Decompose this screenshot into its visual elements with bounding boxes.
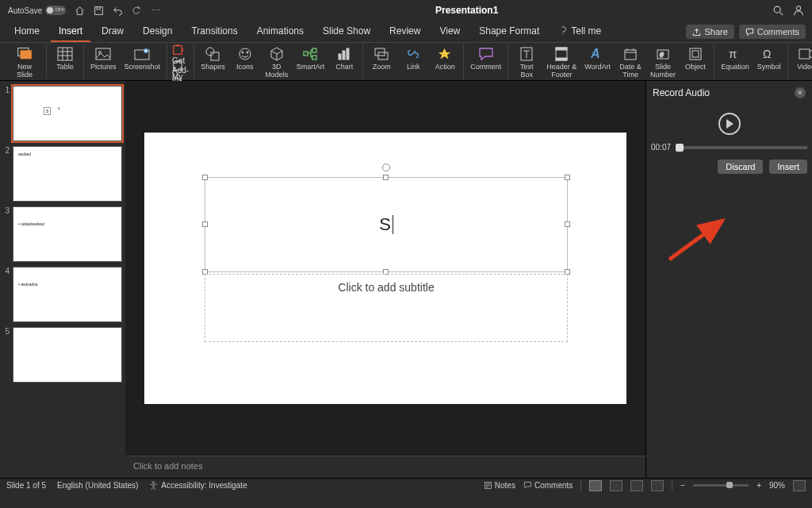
tab-view[interactable]: View — [431, 21, 468, 42]
symbol-icon: Ω — [761, 46, 777, 62]
svg-rect-12 — [174, 62, 182, 71]
comment-icon — [478, 46, 494, 62]
home-icon[interactable] — [74, 5, 85, 16]
account-icon[interactable] — [793, 5, 804, 16]
video-button[interactable]: Video — [793, 44, 812, 73]
3d-models-button[interactable]: 3D Models — [263, 44, 290, 81]
tab-insert[interactable]: Insert — [51, 21, 90, 42]
close-icon[interactable]: ✕ — [795, 87, 806, 98]
undo-icon[interactable] — [112, 5, 123, 16]
slide-number-button[interactable]: #Slide Number — [649, 44, 677, 81]
title-bar: AutoSave ⋯ Presentation1 — [0, 0, 812, 21]
thumbnail-1[interactable]: S s — [13, 86, 122, 141]
status-bar: Slide 1 of 5 English (United States) Acc… — [0, 478, 812, 492]
tab-transitions[interactable]: Transitions — [183, 21, 245, 42]
fit-to-window-button[interactable] — [793, 480, 806, 491]
zoom-in-button[interactable]: + — [756, 481, 761, 490]
svg-line-39 — [669, 221, 722, 260]
save-icon[interactable] — [93, 5, 104, 16]
play-icon — [726, 119, 733, 129]
title-text[interactable]: S — [379, 214, 392, 235]
screenshot-button[interactable]: Screenshot — [123, 44, 163, 73]
chart-button[interactable]: Chart — [331, 44, 358, 73]
link-button[interactable]: Link — [400, 44, 427, 73]
icons-button[interactable]: Icons — [232, 44, 259, 73]
thumbnail-3[interactable]: • sdaadsadsad — [13, 206, 122, 262]
header-footer-button[interactable]: Header & Footer — [545, 44, 578, 81]
smartart-button[interactable]: SmartArt — [295, 44, 327, 73]
accessibility-status[interactable]: Accessibility: Investigate — [149, 481, 247, 490]
insert-button[interactable]: Insert — [769, 160, 807, 174]
play-button[interactable] — [718, 113, 741, 135]
zoom-button[interactable]: Zoom — [368, 44, 395, 73]
resize-handle[interactable] — [202, 221, 208, 227]
resize-handle[interactable] — [565, 175, 570, 180]
comment-button[interactable]: Comment — [469, 44, 503, 73]
action-button[interactable]: Action — [431, 44, 458, 73]
search-icon[interactable] — [772, 5, 783, 16]
date-time-button[interactable]: Date & Time — [617, 44, 644, 81]
reading-view-button[interactable] — [630, 480, 643, 491]
more-icon[interactable]: ⋯ — [150, 5, 161, 16]
get-addins-button[interactable]: Get Add-ins — [172, 44, 189, 59]
tab-home[interactable]: Home — [6, 21, 48, 42]
thumbnail-2[interactable]: asdasd — [13, 146, 122, 202]
comments-toggle[interactable]: Comments — [523, 481, 573, 490]
autosave-toggle[interactable]: AutoSave — [8, 6, 66, 15]
zoom-knob[interactable] — [726, 482, 733, 488]
resize-handle[interactable] — [383, 175, 389, 180]
zoom-out-button[interactable]: − — [680, 481, 685, 490]
my-addins-button[interactable]: My Add-ins ▾ — [172, 60, 189, 75]
zoom-slider[interactable] — [693, 484, 749, 487]
thumbnail-5[interactable] — [13, 327, 122, 383]
zoom-icon — [373, 46, 389, 62]
pictures-button[interactable]: Pictures — [89, 44, 118, 73]
tab-draw[interactable]: Draw — [94, 21, 132, 42]
thumbnail-4[interactable]: • asdsadsa — [13, 267, 122, 322]
progress-knob[interactable] — [676, 144, 684, 152]
my-addins-icon — [172, 60, 183, 71]
new-slide-icon — [17, 46, 33, 62]
sorter-view-button[interactable] — [610, 480, 622, 491]
tab-slideshow[interactable]: Slide Show — [315, 21, 378, 42]
notes-pane[interactable]: Click to add notes — [125, 456, 645, 478]
notes-icon — [484, 481, 492, 490]
shapes-button[interactable]: Shapes — [199, 44, 227, 73]
redo-icon[interactable] — [131, 5, 142, 16]
equation-button[interactable]: πEquation — [719, 44, 751, 73]
title-textbox[interactable]: S — [205, 177, 568, 272]
tell-me[interactable]: Tell me — [550, 21, 609, 42]
textbox-button[interactable]: Text Box — [513, 44, 540, 81]
slide-counter[interactable]: Slide 1 of 5 — [6, 481, 46, 490]
screenshot-icon — [134, 46, 150, 62]
rotate-handle[interactable] — [382, 164, 390, 171]
discard-button[interactable]: Discard — [718, 160, 763, 174]
tab-design[interactable]: Design — [135, 21, 180, 42]
object-button[interactable]: Object — [682, 44, 709, 73]
svg-rect-11 — [174, 46, 182, 55]
autosave-pill[interactable] — [45, 6, 66, 15]
comments-button[interactable]: Comments — [739, 25, 806, 39]
resize-handle[interactable] — [565, 221, 570, 227]
language-status[interactable]: English (United States) — [57, 481, 138, 490]
share-button[interactable]: Share — [686, 25, 733, 39]
slideshow-view-button[interactable] — [651, 480, 664, 491]
zoom-percent[interactable]: 90% — [769, 481, 785, 490]
video-icon — [799, 46, 812, 62]
svg-text:A: A — [591, 47, 600, 60]
record-progress[interactable] — [676, 146, 807, 149]
slide[interactable]: S Click to add subtitle — [144, 133, 626, 404]
tab-review[interactable]: Review — [381, 21, 428, 42]
subtitle-placeholder[interactable]: Click to add subtitle — [205, 274, 568, 342]
tab-animations[interactable]: Animations — [249, 21, 312, 42]
table-button[interactable]: Table — [52, 44, 79, 73]
normal-view-button[interactable] — [589, 480, 602, 491]
symbol-button[interactable]: ΩSymbol — [756, 44, 783, 73]
wordart-button[interactable]: AWordArt — [583, 44, 612, 73]
resize-handle[interactable] — [202, 175, 208, 180]
ribbon: New Slide Table Pictures Screenshot Get … — [0, 43, 812, 81]
notes-toggle[interactable]: Notes — [484, 481, 515, 490]
tab-shapeformat[interactable]: Shape Format — [471, 21, 547, 42]
svg-rect-35 — [692, 51, 699, 57]
new-slide-button[interactable]: New Slide — [8, 44, 41, 81]
